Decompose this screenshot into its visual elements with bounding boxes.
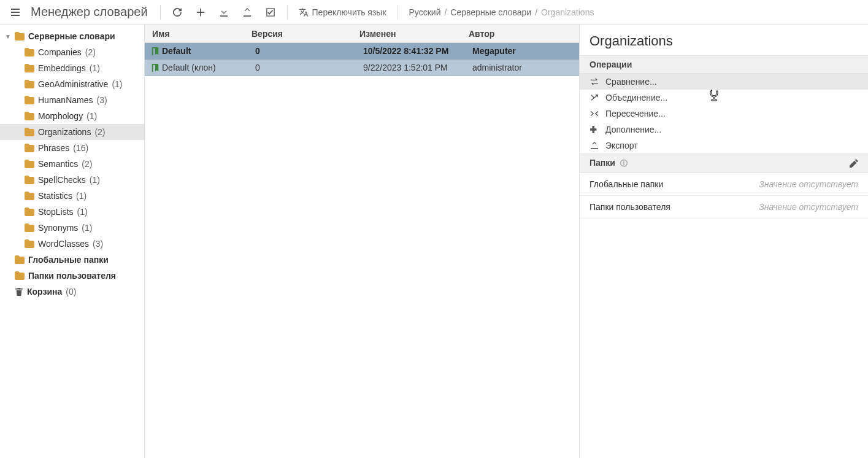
operation-export[interactable]: Экспорт [580, 138, 868, 153]
toolbar: Менеджер словарей Переключить язык Русск… [0, 0, 868, 25]
operation-complement[interactable]: Дополнение... [580, 122, 868, 138]
cell-name: Default (клон) [162, 63, 255, 72]
sidebar-item-semantics[interactable]: Semantics (2) [0, 156, 144, 172]
sidebar-item-spellchecks[interactable]: SpellChecks (1) [0, 172, 144, 188]
col-author[interactable]: Автор [469, 29, 579, 39]
folder-row-label: Глобальные папки [590, 179, 663, 189]
sidebar-item-phrases[interactable]: Phrases (16) [0, 140, 144, 156]
tree-label: Embeddings [38, 63, 86, 73]
cell-version: 0 [255, 46, 363, 56]
tree-count: (1) [90, 175, 100, 185]
col-version[interactable]: Версия [252, 29, 359, 39]
complement-icon [590, 126, 599, 133]
tree-count: (2) [94, 127, 105, 137]
breadcrumb-link[interactable]: Серверные словари [450, 7, 531, 17]
cell-author: Megaputer [472, 46, 579, 56]
trash-icon [15, 287, 23, 296]
divider [160, 5, 161, 20]
tree-label: Statistics [38, 191, 72, 201]
sidebar-item-synonyms[interactable]: Synonyms (1) [0, 220, 144, 236]
tree-label: Глобальные папки [28, 255, 109, 265]
folder-icon [25, 128, 34, 136]
sidebar-item-organizations[interactable]: Organizations (2) [0, 124, 144, 140]
folder-icon [25, 176, 34, 184]
sidebar-item-wordclasses[interactable]: WordClasses (3) [0, 236, 144, 252]
tree-label: Organizations [38, 127, 91, 137]
op-label: Пересечение... [605, 109, 666, 118]
caret-down-icon: ▼ [5, 33, 11, 40]
compare-icon [590, 78, 599, 85]
breadcrumb-current: Organizations [541, 7, 594, 17]
tree-label: Semantics [38, 159, 78, 169]
add-button[interactable] [190, 2, 211, 23]
operation-intersection[interactable]: Пересечение... [580, 106, 868, 122]
tree-label: StopLists [38, 207, 74, 217]
folder-icon [25, 192, 34, 200]
tree-user-folders[interactable]: Папки пользователя [0, 268, 144, 284]
hamburger-icon [10, 7, 20, 17]
tree-label: Synonyms [38, 223, 78, 233]
col-modified[interactable]: Изменен [359, 29, 469, 39]
info-icon[interactable]: ⓘ [620, 159, 628, 168]
cell-modified: 9/22/2023 1:52:01 PM [363, 63, 472, 72]
sidebar-item-morphology[interactable]: Morphology (1) [0, 108, 144, 124]
table-row[interactable]: Default (клон) 0 9/22/2023 1:52:01 PM ad… [145, 60, 579, 76]
tree-count: (2) [85, 47, 96, 57]
operations-header-label: Операции [590, 60, 632, 69]
folder-icon [15, 255, 25, 264]
divider [287, 5, 288, 20]
folder-row-global: Глобальные папки Значение отсутствует [580, 173, 868, 196]
right-panel: Organizations Операции Сравнение... Объе… [580, 25, 868, 458]
download-button[interactable] [213, 2, 234, 23]
export-icon [590, 142, 599, 149]
layout: ▼ Серверные словари Companies (2)Embeddi… [0, 25, 868, 458]
check-button[interactable] [260, 2, 281, 23]
sidebar-item-geoadministrative[interactable]: GeoAdministrative (1) [0, 76, 144, 92]
breadcrumb-link[interactable]: Русский [409, 7, 441, 17]
switch-language-button[interactable]: Переключить язык [294, 7, 391, 17]
folder-icon [15, 271, 25, 280]
tree-count: (16) [73, 143, 88, 153]
tree-count: (2) [82, 159, 92, 169]
tree-trash[interactable]: Корзина (0) [0, 284, 144, 300]
tree-global-folders[interactable]: Глобальные папки [0, 252, 144, 268]
sidebar-item-humannames[interactable]: HumanNames (3) [0, 92, 144, 108]
folder-icon [25, 208, 34, 216]
op-label: Сравнение... [605, 77, 657, 87]
refresh-button[interactable] [167, 2, 188, 23]
tree-root-label: Серверные словари [28, 31, 115, 41]
folders-header-label: Папки [590, 158, 615, 168]
tree-label: Phrases [38, 143, 69, 153]
upload-icon [243, 8, 252, 17]
edit-folders-button[interactable] [850, 159, 858, 168]
tree-count: (3) [96, 95, 107, 105]
sidebar-item-statistics[interactable]: Statistics (1) [0, 188, 144, 204]
breadcrumb: Русский / Серверные словари / Organizati… [404, 7, 594, 17]
sidebar-item-embeddings[interactable]: Embeddings (1) [0, 60, 144, 76]
upload-button[interactable] [237, 2, 258, 23]
sidebar-item-stoplists[interactable]: StopLists (1) [0, 204, 144, 220]
tree-label: Корзина [27, 287, 62, 297]
tree-count: (1) [82, 223, 92, 233]
folder-row-value: Значение отсутствует [759, 179, 858, 189]
refresh-icon [173, 8, 182, 17]
folder-row-label: Папки пользователя [590, 202, 670, 212]
sidebar-item-companies[interactable]: Companies (2) [0, 44, 144, 60]
table-row[interactable]: Default 0 10/5/2022 8:41:32 PM Megaputer [145, 43, 579, 60]
operations-header: Операции [580, 55, 868, 74]
menu-button[interactable] [5, 2, 26, 23]
tree-count: (1) [90, 63, 100, 73]
folder-icon [25, 160, 34, 168]
operation-compare[interactable]: Сравнение... [580, 74, 868, 90]
tree-count: (0) [66, 287, 76, 297]
book-icon [148, 47, 162, 55]
col-name[interactable]: Имя [145, 29, 252, 39]
operation-union[interactable]: Объединение... [580, 90, 868, 106]
panel-title: Organizations [580, 25, 868, 55]
tree-label: Папки пользователя [28, 271, 116, 281]
folder-icon [25, 64, 34, 72]
tree-root[interactable]: ▼ Серверные словари [0, 28, 144, 44]
tree-label: Morphology [38, 111, 83, 121]
download-icon [220, 8, 228, 17]
tree-label: Companies [38, 47, 82, 57]
